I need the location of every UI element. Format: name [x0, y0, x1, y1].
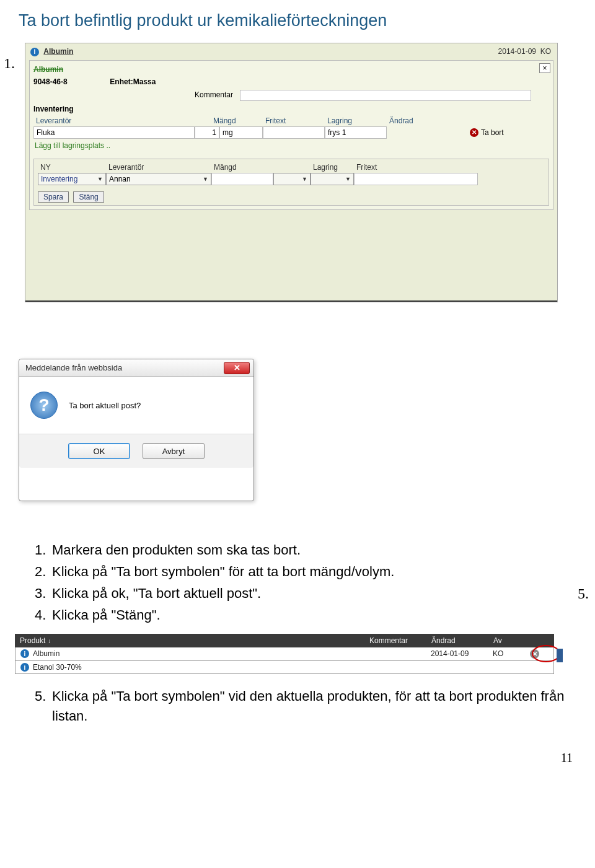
cell-andrad — [387, 126, 467, 139]
col2-lagring: Lagring — [311, 162, 354, 173]
instruction-list-a: 1.Markera den produkten som ska tas bort… — [0, 526, 595, 625]
blue-strip — [557, 649, 563, 662]
instr-1: Markera den produkten som ska tas bort. — [52, 540, 301, 560]
col2-ny: NY — [38, 162, 106, 173]
dialog-body: ? Ta bort aktuell post? — [19, 377, 253, 434]
info-icon: i — [30, 48, 39, 56]
inventory-grid-row: Fluka 1 mg frys 1 ✕ Ta bort — [33, 126, 549, 139]
kommentar-input[interactable] — [240, 90, 531, 101]
screenshot-1-area: 1. 2. 4. i Albumin 2014-01-09 KO × Album… — [0, 43, 595, 340]
spara-button[interactable]: Spara — [38, 191, 69, 203]
cell-leverantor[interactable]: Fluka — [33, 126, 195, 139]
product-row[interactable]: iAlbumin 2014-01-09 KO ✕ — [15, 647, 554, 661]
col2-leverantor: Leverantör — [106, 162, 211, 173]
avbryt-button[interactable]: Avbryt — [143, 443, 205, 459]
pl-col-andrad[interactable]: Ändrad — [431, 636, 493, 645]
inventory-grid-header: Leverantör Mängd Fritext Lagring Ändrad — [33, 115, 549, 126]
select-unit[interactable]: ▼ — [273, 173, 311, 185]
col2-mangd: Mängd — [211, 162, 273, 173]
instruction-list-b: 5.Klicka på "Ta bort symbolen" vid den a… — [0, 674, 595, 726]
cell-mangd-u[interactable]: mg — [219, 126, 263, 139]
detail-header-date: 2014-01-09 KO — [498, 47, 551, 56]
info-icon: i — [20, 663, 29, 672]
chemical-detail-window: i Albumin 2014-01-09 KO × Albumin 9048-4… — [25, 43, 558, 302]
cell-mangd-n[interactable]: 1 — [195, 126, 219, 139]
question-icon: ? — [30, 392, 58, 419]
dialog-close-button[interactable]: ✕ — [224, 362, 250, 374]
pl-col-produkt[interactable]: Produkt↓ — [20, 636, 369, 645]
instr-3: Klicka på ok, "Ta bort aktuell post". — [52, 584, 261, 603]
page-number: 11 — [0, 726, 595, 765]
detail-panel: × Albumin 9048-46-8 Enhet:Massa Kommenta… — [29, 60, 553, 210]
detail-header-name: Albumin — [43, 47, 73, 56]
pl-col-av[interactable]: Av — [493, 636, 531, 645]
callout-5: 5. — [578, 583, 589, 605]
col2-fritext: Fritext — [354, 162, 478, 173]
col-andrad: Ändrad — [387, 115, 467, 126]
pl-name-1: Etanol 30-70% — [33, 663, 82, 672]
cas-number: 9048-46-8 — [33, 77, 108, 86]
cell-delete[interactable]: ✕ Ta bort — [467, 126, 529, 139]
sort-down-icon: ↓ — [48, 638, 51, 644]
input-mangd[interactable] — [211, 173, 273, 185]
select-leverantor[interactable]: Annan▼ — [106, 173, 211, 185]
add-storage-link[interactable]: Lägg till lagringsplats .. — [33, 139, 549, 152]
new-entry-box: NY Leverantör Mängd Lagring Fritext Inve… — [33, 159, 549, 206]
new-entry-header: NY Leverantör Mängd Lagring Fritext — [38, 162, 545, 173]
col-blank — [467, 115, 529, 126]
kommentar-label: Kommentar — [195, 90, 238, 99]
product-row[interactable]: iEtanol 30-70% — [15, 661, 554, 675]
dialog-footer: OK Avbryt — [19, 434, 253, 468]
confirm-dialog: Meddelande från webbsida ✕ ? Ta bort akt… — [19, 359, 254, 501]
col-mangd: Mängd — [195, 115, 263, 126]
delete-icon: ✕ — [470, 128, 478, 137]
select-ny[interactable]: Inventering▼ — [38, 173, 106, 185]
callout-1: 1. — [4, 55, 15, 72]
product-list-header: Produkt↓ Kommentar Ändrad Av — [15, 634, 554, 647]
col-leverantor: Leverantör — [33, 115, 195, 126]
dialog-titlebar: Meddelande från webbsida ✕ — [19, 359, 253, 377]
page-title: Ta bort befintlig produkt ur kemikaliefö… — [0, 0, 595, 37]
new-entry-row: Inventering▼ Annan▼ ▼ ▼ — [38, 173, 545, 185]
section-inventering: Inventering — [33, 103, 549, 115]
col-lagring: Lagring — [325, 115, 387, 126]
row-delete-icon[interactable]: ✕ — [530, 649, 539, 659]
screenshot-2-area: 3. Meddelande från webbsida ✕ ? Ta bort … — [0, 359, 595, 526]
ok-button[interactable]: OK — [68, 443, 130, 459]
cell-fritext[interactable] — [263, 126, 325, 139]
dialog-message: Ta bort aktuell post? — [69, 401, 141, 410]
delete-label: Ta bort — [481, 128, 504, 137]
instr-4: Klicka på "Stäng". — [52, 605, 161, 625]
enhet-label: Enhet:Massa — [110, 77, 156, 86]
close-icon[interactable]: × — [539, 63, 550, 73]
select-lagring[interactable]: ▼ — [311, 173, 354, 185]
product-list-screenshot: Produkt↓ Kommentar Ändrad Av iAlbumin 20… — [15, 634, 554, 675]
input-fritext[interactable] — [354, 173, 478, 185]
instr-2: Klicka på "Ta bort symbolen" för att ta … — [52, 562, 394, 582]
detail-header-row[interactable]: i Albumin 2014-01-09 KO — [25, 43, 557, 58]
stang-button[interactable]: Stäng — [73, 191, 104, 203]
pl-name-0: Albumin — [33, 649, 60, 658]
pl-andrad-0: 2014-01-09 — [431, 649, 493, 658]
col-fritext: Fritext — [263, 115, 325, 126]
cell-lagring[interactable]: frys 1 — [325, 126, 387, 139]
pl-av-0: KO — [493, 649, 530, 658]
product-name-strikethrough: Albumin — [33, 65, 63, 74]
info-icon: i — [20, 649, 29, 658]
pl-col-kommentar[interactable]: Kommentar — [369, 636, 431, 645]
instr-5: Klicka på "Ta bort symbolen" vid den akt… — [52, 686, 576, 726]
col2-blank — [273, 162, 311, 173]
dialog-title-text: Meddelande från webbsida — [25, 363, 122, 372]
